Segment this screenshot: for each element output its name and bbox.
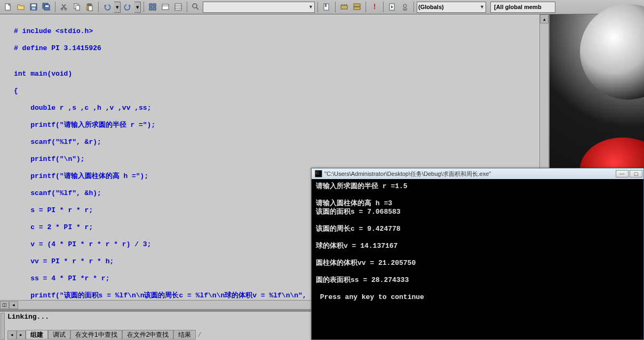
console-output[interactable]: 请输入所求圆的半径 r =1.5 请输入圆柱体的高 h =3 该圆的面积s = …: [312, 179, 643, 339]
tab-find-in-files-1[interactable]: 在文件1中查找: [70, 330, 122, 339]
separator: [55, 2, 55, 12]
svg-rect-18: [162, 4, 169, 10]
redo-icon[interactable]: [122, 1, 133, 13]
console-titlebar[interactable]: "C:\Users\Administrator\Desktop\任务\Debug…: [312, 168, 643, 179]
output-tab-strip: ◂ ▸ 组建 调试 在文件1中查找 在文件2中查找 结果 ∕: [7, 329, 203, 340]
svg-rect-32: [354, 7, 360, 10]
code-line: printf("\n");: [14, 155, 538, 164]
chevron-down-icon: ▼: [308, 4, 313, 10]
scope-combo[interactable]: (Globals) ▼: [417, 2, 486, 13]
code-line: double r ,s ,c ,h ,v ,vv ,ss;: [14, 104, 538, 112]
svg-rect-6: [45, 5, 49, 7]
output-text: Linking...: [7, 313, 49, 321]
copy-icon[interactable]: [71, 1, 83, 13]
paste-icon[interactable]: [84, 1, 96, 13]
svg-rect-27: [325, 4, 327, 7]
split-box-icon[interactable]: ◫: [0, 301, 9, 309]
svg-rect-17: [153, 7, 156, 10]
separator: [335, 2, 336, 12]
console-title-text: "C:\Users\Administrator\Desktop\任务\Debug…: [324, 170, 616, 178]
window-list-icon[interactable]: [172, 1, 184, 13]
scroll-up-icon[interactable]: ▴: [540, 14, 548, 23]
code-line: scanf("%lf", &r);: [14, 138, 538, 147]
svg-line-25: [196, 7, 198, 10]
code-line: int main(void): [14, 70, 538, 78]
svg-point-24: [193, 4, 197, 8]
separator: [383, 2, 384, 12]
build-icon[interactable]: [351, 1, 363, 13]
svg-rect-15: [153, 4, 156, 6]
members-value: [All global memb: [494, 4, 542, 10]
save-icon[interactable]: [28, 1, 39, 13]
code-line: # define PI 3.1415926: [14, 44, 538, 53]
output-dock-handle[interactable]: [1, 313, 5, 340]
svg-rect-3: [32, 7, 35, 10]
undo-dropdown[interactable]: ▾: [114, 2, 121, 13]
output-icon[interactable]: [160, 1, 171, 13]
tab-scroll-right-icon[interactable]: ▸: [17, 330, 26, 339]
svg-rect-28: [341, 5, 347, 9]
find-combo[interactable]: ▼: [203, 2, 315, 13]
separator: [187, 2, 187, 12]
find-icon[interactable]: [190, 1, 202, 13]
go-icon[interactable]: [399, 1, 411, 13]
execute-icon[interactable]: [386, 1, 398, 13]
scroll-left-icon[interactable]: ◂: [9, 301, 18, 309]
maximize-button[interactable]: ▢: [630, 170, 642, 177]
chevron-down-icon: ▼: [480, 4, 484, 10]
tab-results[interactable]: 结果: [173, 330, 196, 339]
compile-icon[interactable]: [338, 1, 350, 13]
open-file-icon[interactable]: [15, 1, 27, 13]
separator: [365, 2, 366, 12]
tab-overflow: ∕: [196, 331, 203, 338]
separator: [144, 2, 144, 12]
svg-rect-10: [76, 5, 79, 10]
svg-text:!: !: [373, 3, 376, 11]
redo-dropdown[interactable]: ▾: [134, 2, 141, 13]
scope-value: (Globals): [418, 4, 444, 10]
wallpaper-orb: [580, 4, 644, 100]
tab-scroll-left-icon[interactable]: ◂: [7, 330, 17, 339]
svg-rect-2: [31, 4, 36, 6]
main-toolbar: ▾ ▾ ▼ ! (Globals) ▼ [All global memb: [0, 0, 644, 14]
cut-icon[interactable]: [58, 1, 70, 13]
code-line: # include <stdio.h>: [14, 27, 538, 36]
tab-build[interactable]: 组建: [26, 330, 48, 339]
stop-build-icon[interactable]: !: [369, 1, 380, 13]
svg-rect-14: [149, 4, 152, 6]
separator: [98, 2, 99, 12]
code-line: {: [14, 87, 538, 95]
new-file-icon[interactable]: [2, 1, 14, 13]
undo-icon[interactable]: [101, 1, 113, 13]
console-window: "C:\Users\Administrator\Desktop\任务\Debug…: [311, 168, 644, 340]
svg-rect-12: [88, 4, 91, 5]
svg-rect-33: [354, 4, 360, 6]
workspace-icon[interactable]: [147, 1, 158, 13]
svg-rect-13: [89, 6, 92, 11]
tab-find-in-files-2[interactable]: 在文件2中查找: [122, 330, 174, 339]
separator: [414, 2, 414, 12]
tab-debug[interactable]: 调试: [48, 330, 70, 339]
save-all-icon[interactable]: [41, 1, 52, 13]
svg-rect-16: [149, 7, 152, 10]
code-line: printf("请输入所求圆的半径 r =");: [14, 121, 538, 129]
minimize-button[interactable]: —: [616, 170, 629, 177]
members-combo[interactable]: [All global memb: [490, 2, 555, 13]
bookmark-icon[interactable]: [321, 1, 332, 13]
separator: [317, 2, 318, 12]
cmd-icon: [315, 170, 322, 177]
svg-point-36: [403, 4, 407, 7]
